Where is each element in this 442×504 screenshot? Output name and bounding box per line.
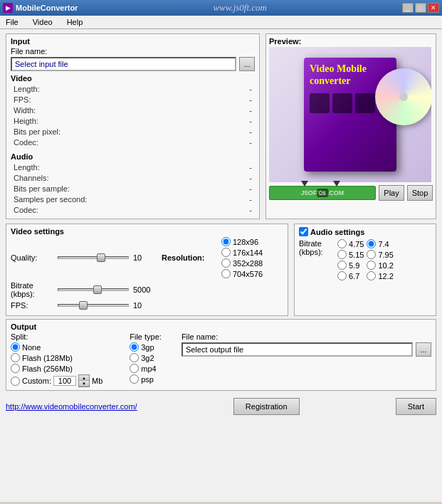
ft-psp-row: psp (130, 374, 162, 384)
timeline-marker-end[interactable] (333, 181, 340, 187)
ft-mp4-row: mp4 (130, 364, 162, 373)
menu-video[interactable]: Video (30, 17, 56, 27)
split-none-row: None (11, 342, 102, 352)
spin-down[interactable]: ▼ (79, 381, 89, 387)
play-button[interactable]: Play (379, 185, 404, 201)
video-fps-row: FPS: - (11, 95, 255, 105)
timeline-bar[interactable]: J5OFT.J .COM 0s (269, 186, 376, 200)
maximize-button[interactable]: □ (415, 3, 426, 13)
audio-bitrate-label: Bitrate(kbps): (299, 239, 335, 280)
split-custom-radio[interactable] (11, 377, 20, 386)
video-length-value: - (249, 84, 252, 95)
quality-slider[interactable] (58, 256, 129, 259)
fps-thumb[interactable] (79, 301, 88, 310)
menu-file[interactable]: File (3, 17, 21, 27)
custom-spinner[interactable]: ▲ ▼ (78, 374, 90, 387)
audio-bps-row: Bits per sample: - (11, 184, 255, 194)
menubar: File Video Help (0, 16, 442, 29)
audio-122-radio[interactable] (367, 271, 376, 280)
split-custom-row: Custom: ▲ ▼ Mb (11, 374, 102, 387)
fps-row: FPS: 10 (11, 301, 283, 310)
audio-info-title: Audio (11, 152, 255, 161)
video-codec-label: Codec: (14, 137, 38, 148)
res-176-radio[interactable] (221, 248, 231, 257)
stop-button[interactable]: Stop (407, 185, 433, 201)
fps-slider[interactable] (58, 304, 129, 307)
audio-795-label: 7.95 (378, 251, 393, 259)
output-file-row: ... (181, 342, 431, 357)
split-flash256-row: Flash (256Mb) (11, 364, 102, 373)
res-352-radio[interactable] (221, 258, 231, 268)
audio-length-label: Length: (14, 162, 40, 173)
res-704-row: 704x576 (221, 269, 263, 278)
time-label: 0s (317, 189, 328, 197)
split-flash128-radio[interactable] (11, 353, 20, 362)
split-custom-unit: Mb (92, 377, 102, 385)
audio-74-row: 7.4 (367, 239, 393, 248)
video-length-label: Length: (14, 84, 40, 95)
audio-59-label: 5.9 (349, 261, 359, 270)
audio-59-radio[interactable] (337, 261, 347, 270)
start-button[interactable]: Start (396, 398, 436, 415)
audio-795-row: 7.95 (367, 250, 393, 259)
filetype-label: File type: (130, 332, 162, 341)
audio-col1: 4.75 5.15 5.9 6.7 (337, 239, 364, 280)
audio-515-radio[interactable] (337, 250, 347, 259)
audio-475-radio[interactable] (337, 239, 347, 248)
close-button[interactable]: ✕ (428, 3, 439, 13)
timeline-marker-start[interactable] (301, 181, 308, 187)
input-file-field[interactable] (11, 57, 236, 71)
audio-sps-row: Samples per second: - (11, 194, 255, 205)
spin-up[interactable]: ▲ (79, 375, 89, 381)
split-none-radio[interactable] (11, 342, 20, 352)
minimize-button[interactable]: _ (402, 3, 414, 13)
audio-795-radio[interactable] (367, 250, 376, 259)
audio-codec-row: Codec: - (11, 205, 255, 216)
split-label: Split: (11, 332, 28, 341)
quality-label: Quality: (11, 253, 53, 262)
audio-67-radio[interactable] (337, 271, 347, 280)
bitrate-slider[interactable] (58, 288, 129, 291)
audio-74-radio[interactable] (367, 239, 376, 248)
preview-label: Preview: (269, 37, 433, 46)
ft-3gp-radio[interactable] (130, 342, 139, 352)
audio-length-value: - (249, 162, 252, 173)
input-browse-button[interactable]: ... (239, 57, 255, 71)
output-browse-button[interactable]: ... (416, 342, 431, 357)
audio-102-radio[interactable] (367, 261, 376, 270)
website-link[interactable]: http://www.videomobileconverter.com/ (6, 402, 137, 411)
fps-label: FPS: (11, 301, 53, 310)
ft-psp-radio[interactable] (130, 374, 139, 384)
output-filename-label: File name: (181, 332, 431, 341)
app-title: MobileConvertor (16, 4, 78, 12)
window-controls[interactable]: _ □ ✕ (402, 3, 439, 13)
res-352-row: 352x288 (221, 258, 263, 268)
ft-3gp-label: 3gp (141, 343, 154, 352)
menu-help[interactable]: Help (64, 17, 86, 27)
registration-button[interactable]: Registration (233, 398, 300, 415)
video-fps-value: - (249, 95, 252, 105)
audio-enabled-checkbox[interactable] (299, 227, 308, 236)
bitrate-thumb[interactable] (93, 285, 102, 294)
bitrate-label: Bitrate(kbps): (11, 281, 53, 298)
res-128-radio[interactable] (221, 237, 231, 246)
output-file-field[interactable] (181, 342, 413, 357)
audio-515-label: 5.15 (349, 251, 364, 259)
audio-67-row: 6.7 (337, 271, 364, 280)
audio-channels-label: Channels: (14, 173, 49, 184)
split-flash256-radio[interactable] (11, 364, 20, 373)
audio-67-label: 6.7 (349, 272, 359, 280)
top-row: Input File name: ... Video Length: - FPS… (6, 33, 436, 219)
audio-74-label: 7.4 (378, 240, 389, 248)
audio-bps-value: - (249, 184, 252, 194)
bottom-bar: http://www.videomobileconverter.com/ Reg… (6, 395, 436, 418)
quality-thumb[interactable] (97, 253, 105, 262)
audio-codec-value: - (249, 205, 252, 216)
settings-row: Video settings Quality: 10 Resolution: 1… (6, 224, 436, 316)
watermark: www.js0ft.com (213, 2, 267, 14)
ft-3g2-radio[interactable] (130, 353, 139, 362)
ft-mp4-radio[interactable] (130, 364, 139, 373)
video-info-block: Video Length: - FPS: - Width: - Heigth: … (11, 74, 255, 148)
res-704-radio[interactable] (221, 269, 231, 278)
split-custom-input[interactable] (53, 376, 76, 386)
